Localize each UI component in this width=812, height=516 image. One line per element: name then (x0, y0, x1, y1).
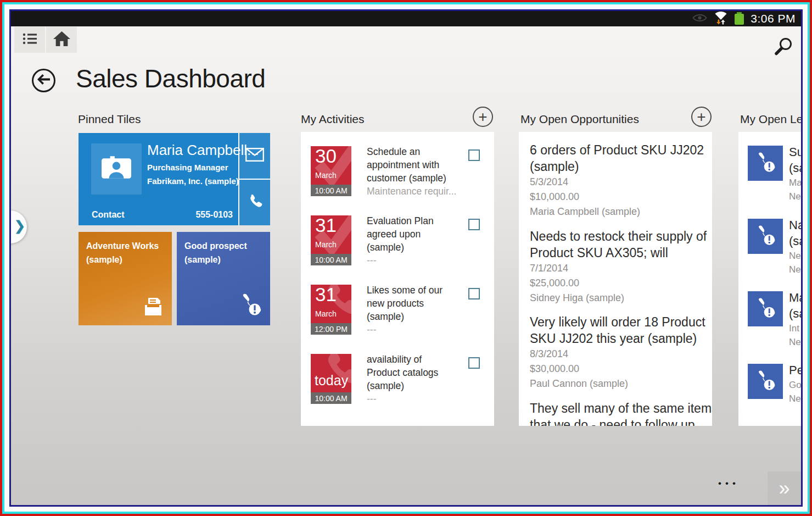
activity-complete-checkbox[interactable] (468, 219, 480, 230)
activity-subject-line: (sample) (367, 379, 438, 392)
account-tile[interactable]: Adventure Works (sample) (79, 232, 172, 325)
contact-avatar (91, 143, 142, 195)
contact-card-icon (101, 155, 132, 184)
activity-subject-line: (sample) (367, 310, 443, 323)
status-bar: 3:06 PM (11, 11, 801, 26)
phone-call-alert-icon (754, 297, 776, 321)
more-commands-button[interactable]: ••• (718, 478, 740, 489)
account-tile-sample: (sample) (86, 253, 164, 267)
account-tile-name: Adventure Works (86, 239, 164, 253)
activity-day: 31 (315, 215, 337, 236)
list-menu-icon (23, 32, 37, 47)
activity-time: 12:00 PM (311, 323, 351, 335)
phone-icon (248, 194, 262, 211)
back-arrow-icon (37, 74, 50, 87)
scroll-right-button[interactable]: » (768, 471, 801, 505)
pinned-tiles-header: Pinned Tiles (78, 113, 141, 126)
activity-item[interactable]: 30 March 10:00 AM Schedule an appointmen… (301, 146, 494, 213)
flyout-handle[interactable]: ❯ (11, 210, 27, 243)
home-button[interactable] (46, 27, 77, 53)
lead-meta-line: Ma (789, 176, 801, 190)
activity-time: 10:00 AM (311, 185, 351, 196)
activity-item[interactable]: today 10:00 AM availability of Product c… (301, 354, 494, 421)
activity-regarding: --- (367, 323, 443, 336)
phone-call-alert-icon (754, 151, 776, 175)
activity-day: today (315, 373, 348, 389)
opportunity-item[interactable]: 6 orders of Product SKU JJ202 (sample) 5… (530, 142, 704, 219)
opportunity-topic-line: 6 orders of Product SKU JJ202 (530, 142, 704, 158)
lead-tile (748, 219, 783, 254)
opportunity-revenue: $10,000.00 (530, 190, 704, 204)
contact-tile[interactable]: Maria Campbell... Purchasing Manager Fab… (79, 133, 270, 225)
opportunity-contact: Maria Campbell (sample) (530, 204, 704, 219)
lead-meta-line: Ne (789, 249, 801, 263)
opportunity-item[interactable]: They sell many of the same items that we… (530, 400, 704, 426)
lead-meta-line: Int (789, 321, 801, 335)
contact-job-title: Purchasing Manager (147, 163, 228, 172)
lead-name-line: Na (789, 217, 801, 233)
my-open-opportunities-card: 6 orders of Product SKU JJ202 (sample) 5… (519, 132, 712, 426)
search-icon (774, 37, 793, 59)
activity-subject-line: Evaluation Plan (367, 214, 434, 228)
activity-month: March (315, 309, 337, 318)
opportunity-topic-line: SKU JJ202 this year (sample) (530, 330, 704, 347)
opportunity-close-date: 7/1/2014 (530, 261, 704, 276)
activity-date-tile: 31 March 12:00 PM (311, 285, 351, 335)
activity-complete-checkbox[interactable] (468, 288, 480, 299)
photo-frame-cyan: 3:06 PM Sales Dashboard Pinned Tiles My … (2, 2, 810, 514)
account-folder-icon (142, 297, 164, 319)
activity-item[interactable]: 31 March 10:00 AM Evaluation Plan agreed… (301, 215, 494, 282)
phone-call-alert-icon (238, 292, 262, 319)
call-contact-button[interactable] (239, 180, 270, 225)
activity-subject-line: appointment with (367, 158, 456, 171)
my-activities-card: 30 March 10:00 AM Schedule an appointmen… (301, 132, 494, 426)
lead-name-line: (sa (789, 306, 801, 321)
activity-item[interactable]: 31 March 12:00 PM Likes some of our new … (301, 285, 494, 352)
prospect-tile[interactable]: Good prospect (sample) (177, 232, 270, 325)
my-open-leads-card: Su (sa Ma Ne Na (sa Ne Ne (738, 132, 801, 426)
opportunity-item[interactable]: Needs to restock their supply of Product… (530, 228, 704, 306)
wifi-icon (714, 11, 728, 27)
contact-type-label: Contact (92, 210, 125, 220)
activity-month: March (315, 240, 337, 249)
search-button[interactable] (771, 35, 796, 60)
activity-regarding: --- (367, 254, 434, 267)
activity-time: 10:00 AM (311, 254, 351, 265)
activity-date-tile: 31 March 10:00 AM (311, 215, 351, 265)
activity-regarding: --- (367, 392, 438, 406)
lead-tile (748, 364, 783, 399)
activity-day: 30 (315, 146, 337, 167)
view-selector-button[interactable] (14, 27, 45, 53)
back-button[interactable] (32, 69, 55, 92)
add-opportunity-button[interactable]: + (691, 107, 712, 127)
opportunity-topic-line: (sample) (530, 158, 704, 175)
my-activities-header: My Activities (301, 113, 365, 126)
opportunity-topic-line: Needs to restock their supply of (530, 228, 704, 245)
photo-frame-white: 3:06 PM Sales Dashboard Pinned Tiles My … (4, 4, 808, 512)
phone-call-alert-icon (754, 224, 776, 248)
lead-name-line: (sa (789, 160, 801, 176)
opportunity-contact: Paul Cannon (sample) (530, 376, 704, 391)
activity-subject-line: new products (367, 297, 443, 310)
lead-meta-line: Ne (789, 335, 801, 349)
activity-complete-checkbox[interactable] (468, 357, 480, 369)
contact-company: Fabrikam, Inc. (sample) (147, 176, 239, 186)
smart-stay-eye-icon (692, 13, 707, 25)
lead-meta-line: Ne (789, 190, 801, 203)
opportunity-item[interactable]: Very likely will order 18 Product SKU JJ… (530, 314, 704, 391)
my-open-leads-header: My Open Lea (740, 113, 801, 126)
activity-complete-checkbox[interactable] (468, 149, 480, 161)
lead-tile (748, 291, 783, 326)
clock-time: 3:06 PM (751, 12, 796, 25)
add-activity-button[interactable]: + (473, 107, 493, 127)
contact-tile-main[interactable]: Maria Campbell... Purchasing Manager Fab… (79, 133, 238, 225)
opportunity-revenue: $30,000.00 (530, 362, 704, 376)
opportunity-revenue: $25,000.00 (530, 276, 704, 291)
opportunity-contact: Sidney Higa (sample) (530, 291, 704, 306)
my-open-opportunities-header: My Open Opportunities (520, 113, 639, 126)
activity-subject-line: Schedule an (367, 145, 456, 158)
photo-frame-navy: 3:06 PM Sales Dashboard Pinned Tiles My … (9, 9, 803, 507)
activity-date-tile: 30 March 10:00 AM (311, 146, 351, 196)
lead-name-line: Pe (789, 362, 801, 378)
activity-date-tile: today 10:00 AM (311, 354, 351, 404)
